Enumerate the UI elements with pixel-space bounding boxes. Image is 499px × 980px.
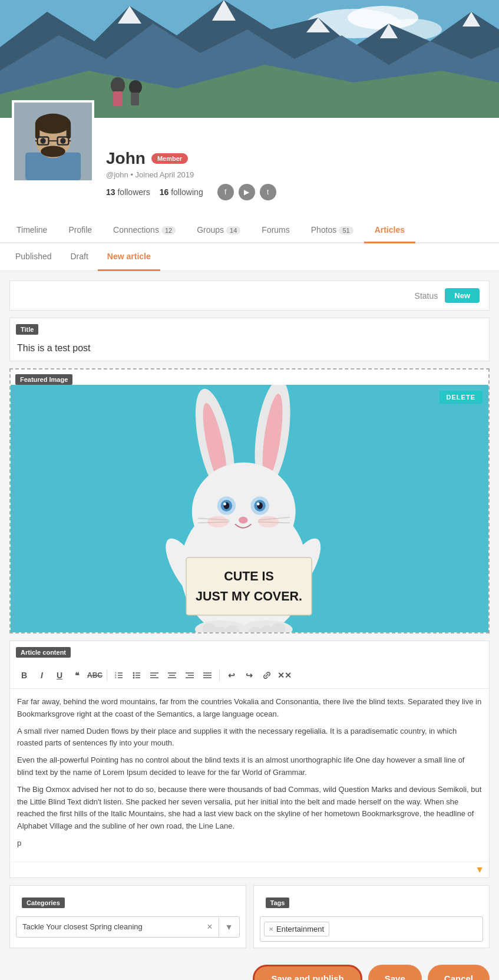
nav-tabs: Timeline Profile Connections12 Groups14 … [0, 218, 499, 243]
categories-dropdown-arrow[interactable]: ▼ [219, 918, 239, 936]
youtube-icon[interactable]: ▶ [239, 184, 255, 200]
align-right-btn[interactable] [181, 667, 198, 684]
featured-image-section: Featured Image DELETE [9, 368, 490, 633]
content-p2: A small river named Duden flows by their… [17, 725, 482, 750]
link-btn[interactable] [259, 667, 275, 684]
svg-point-51 [207, 516, 228, 528]
profile-name: John Member [106, 149, 487, 168]
svg-point-37 [192, 463, 296, 560]
svg-point-77 [133, 675, 135, 677]
title-section: Title [9, 318, 490, 361]
svg-point-45 [257, 503, 260, 506]
strikethrough-btn[interactable]: ABC [87, 667, 103, 684]
justify-btn[interactable] [199, 667, 216, 684]
tab-forums[interactable]: Forums [251, 218, 300, 243]
social-icons: f ▶ t [217, 184, 276, 200]
content-p4: The Big Oxmox advised her not to do so, … [17, 784, 482, 833]
avatar [12, 100, 94, 183]
article-content-section: Article content B I U ❝ ABC 1.2.3. [9, 641, 490, 878]
content-p5: p [17, 837, 482, 850]
content-p1: Far far away, behind the word mountains,… [17, 696, 482, 721]
categories-select[interactable]: Tackle Your closest Spring cleaning × ▼ [16, 916, 240, 938]
tab-groups[interactable]: Groups14 [186, 218, 251, 243]
action-buttons: Save and publish Save Cancel [9, 955, 490, 980]
editor-toolbar: B I U ❝ ABC 1.2.3. [10, 662, 489, 689]
categories-section: Categories Tackle Your closest Spring cl… [9, 885, 246, 948]
svg-point-52 [258, 516, 279, 528]
save-and-publish-button[interactable]: Save and publish [253, 965, 362, 980]
article-content-label: Article content [16, 647, 71, 658]
svg-point-46 [239, 517, 248, 524]
tag-entertainment: × Entertainment [264, 922, 330, 936]
tab-published[interactable]: Published [6, 243, 61, 271]
svg-point-23 [41, 146, 65, 157]
tag-label: Entertainment [276, 925, 324, 933]
underline-btn[interactable]: U [51, 667, 68, 684]
title-section-label: Title [16, 324, 38, 335]
tags-label: Tags [266, 897, 290, 908]
svg-text:3.: 3. [115, 676, 117, 679]
redo-btn[interactable]: ↪ [241, 667, 257, 684]
status-label: Status [415, 291, 438, 301]
categories-value: Tackle Your closest Spring cleaning [16, 918, 201, 936]
main-content: Status New Title Featured Image DELETE [0, 271, 499, 980]
svg-point-76 [133, 672, 135, 674]
categories-label: Categories [22, 897, 65, 908]
svg-point-29 [40, 138, 45, 143]
align-center-btn[interactable] [164, 667, 180, 684]
profile-meta: @john • Joined April 2019 [106, 170, 487, 179]
blockquote-btn[interactable]: ❝ [69, 667, 85, 684]
featured-image-container: DELETE [11, 385, 488, 632]
svg-rect-22 [67, 122, 71, 138]
article-tabs: Published Draft New article [0, 243, 499, 271]
content-p3: Even the all-powerful Pointing has no co… [17, 754, 482, 779]
ul-btn[interactable] [128, 667, 145, 684]
status-badge: New [445, 288, 480, 303]
tab-articles[interactable]: Articles [364, 218, 415, 243]
tab-connections[interactable]: Connections12 [103, 218, 186, 243]
ol-btn[interactable]: 1.2.3. [111, 667, 127, 684]
title-input[interactable] [10, 339, 489, 361]
undo-btn[interactable]: ↩ [223, 667, 240, 684]
align-left-btn[interactable] [146, 667, 163, 684]
tags-input-wrapper[interactable]: × Entertainment [260, 916, 484, 942]
page-wrapper: John Member @john • Joined April 2019 13… [0, 0, 499, 980]
bottom-sections: Categories Tackle Your closest Spring cl… [9, 885, 490, 948]
svg-text:CUTE IS: CUTE IS [224, 569, 274, 583]
twitter-icon[interactable]: t [260, 184, 276, 200]
member-badge: Member [151, 153, 188, 164]
featured-image-svg: CUTE IS JUST MY COVER. [11, 385, 488, 632]
save-button[interactable]: Save [368, 965, 422, 980]
profile-section: John Member @john • Joined April 2019 13… [0, 118, 499, 218]
svg-point-41 [223, 503, 226, 506]
facebook-icon[interactable]: f [217, 184, 234, 200]
tab-new-article[interactable]: New article [98, 243, 160, 271]
italic-btn[interactable]: I [34, 667, 50, 684]
tab-timeline[interactable]: Timeline [6, 218, 58, 243]
tab-draft[interactable]: Draft [61, 243, 98, 271]
resize-handle[interactable]: ▼ [475, 864, 484, 875]
cancel-button[interactable]: Cancel [428, 965, 490, 980]
toolbar-separator-2 [219, 669, 220, 681]
categories-clear-btn[interactable]: × [201, 917, 218, 937]
remove-format-btn[interactable]: ✕✕ [276, 667, 293, 684]
tab-profile[interactable]: Profile [58, 218, 103, 243]
svg-point-30 [60, 138, 65, 143]
svg-point-78 [133, 677, 135, 679]
featured-image-label: Featured Image [15, 374, 72, 385]
delete-image-button[interactable]: DELETE [439, 391, 483, 404]
svg-text:JUST MY COVER.: JUST MY COVER. [196, 589, 302, 603]
bold-btn[interactable]: B [16, 667, 32, 684]
toolbar-separator-1 [107, 669, 107, 681]
tag-remove-btn[interactable]: × [269, 925, 274, 933]
tab-photos[interactable]: Photos51 [300, 218, 364, 243]
svg-point-14 [129, 80, 142, 94]
svg-rect-13 [113, 91, 123, 106]
editor-content[interactable]: Far far away, behind the word mountains,… [10, 689, 489, 862]
tags-section: Tags × Entertainment [253, 885, 490, 948]
svg-rect-15 [131, 93, 139, 105]
status-bar: Status New [9, 281, 490, 311]
svg-point-20 [35, 114, 71, 134]
svg-rect-55 [186, 557, 312, 615]
editor-footer: ▼ [10, 862, 489, 877]
